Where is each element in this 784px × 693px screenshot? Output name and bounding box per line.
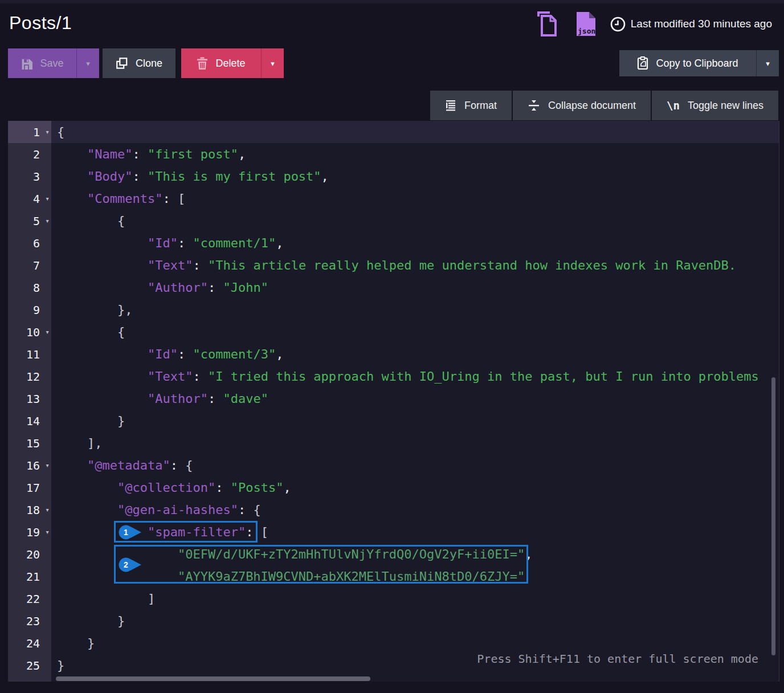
annotation-marker-1: 1 <box>119 525 142 540</box>
code-line-content[interactable]: "Id": "comment/1", <box>51 232 779 254</box>
line-number-4[interactable]: 4▾ <box>8 187 51 210</box>
vertical-scrollbar[interactable] <box>771 377 775 655</box>
copy-to-clipboard-button[interactable]: Copy to Clipboard <box>619 50 756 76</box>
fold-toggle-icon[interactable]: ▾ <box>45 327 50 336</box>
line-number-24[interactable]: 24 <box>8 632 51 654</box>
line-number-10[interactable]: 10▾ <box>8 321 51 343</box>
window-top-strip <box>0 0 784 3</box>
line-number-15[interactable]: 15 <box>8 432 51 454</box>
code-line-content[interactable]: "Author": "John" <box>51 276 779 299</box>
code-line-content[interactable]: } <box>51 632 779 654</box>
fold-toggle-icon[interactable]: ▾ <box>45 216 50 225</box>
delete-button[interactable]: Delete <box>181 48 261 78</box>
line-number-22[interactable]: 22 <box>8 588 51 610</box>
save-button[interactable]: Save <box>8 48 76 78</box>
code-line-5[interactable]: 5▾ { <box>8 210 779 232</box>
format-icon <box>445 99 456 112</box>
line-number-21[interactable]: 21 <box>8 565 51 588</box>
code-line-12[interactable]: 12 "Text": "I tried this approach with I… <box>8 365 779 388</box>
line-number-6[interactable]: 6 <box>8 232 51 254</box>
code-line-content[interactable]: ] <box>51 588 779 610</box>
code-line-content[interactable]: "Author": "dave" <box>51 388 779 410</box>
line-number-25[interactable]: 25 <box>8 654 51 676</box>
code-line-24[interactable]: 24 } <box>8 632 779 654</box>
code-line-7[interactable]: 7 "Text": "This article really helped me… <box>8 254 779 276</box>
code-line-9[interactable]: 9 }, <box>8 299 779 321</box>
line-number-7[interactable]: 7 <box>8 254 51 276</box>
line-number-20[interactable]: 20 <box>8 543 51 565</box>
line-number-11[interactable]: 11 <box>8 343 51 365</box>
copy-options-dropdown[interactable]: ▾ <box>756 50 779 76</box>
code-line-content[interactable]: { <box>51 321 779 343</box>
code-line-content[interactable]: { <box>51 121 779 143</box>
line-number-8[interactable]: 8 <box>8 276 51 299</box>
line-number-3[interactable]: 3 <box>8 165 51 187</box>
copy-document-id-icon[interactable] <box>535 11 559 37</box>
code-line-10[interactable]: 10▾ { <box>8 321 779 343</box>
fold-toggle-icon[interactable]: ▾ <box>45 127 50 136</box>
json-file-icon[interactable]: json <box>575 11 597 37</box>
code-line-content[interactable]: "Id": "comment/3", <box>51 343 779 365</box>
code-line-content[interactable]: "@collection": "Posts", <box>51 476 779 499</box>
code-line-18[interactable]: 18▾ "@gen-ai-hashes": { <box>8 499 779 521</box>
code-line-15[interactable]: 15 ], <box>8 432 779 454</box>
clock-icon <box>610 17 626 32</box>
line-number-14[interactable]: 14 <box>8 410 51 432</box>
code-line-3[interactable]: 3 "Body": "This is my first post", <box>8 165 779 187</box>
line-number-13[interactable]: 13 <box>8 388 51 410</box>
code-line-2[interactable]: 2 "Name": "first post", <box>8 143 779 165</box>
code-line-content[interactable]: "Text": "This article really helped me u… <box>51 254 779 276</box>
fold-toggle-icon[interactable]: ▾ <box>45 505 50 513</box>
code-line-11[interactable]: 11 "Id": "comment/3", <box>8 343 779 365</box>
code-line-16[interactable]: 16▾ "@metadata": { <box>8 454 779 476</box>
line-number-1[interactable]: 1▾ <box>8 121 51 143</box>
code-line-17[interactable]: 17 "@collection": "Posts", <box>8 476 779 499</box>
delete-options-dropdown[interactable]: ▾ <box>261 48 284 78</box>
line-number-9[interactable]: 9 <box>8 299 51 321</box>
fold-toggle-icon[interactable]: ▾ <box>45 527 50 536</box>
code-line-content[interactable]: "Body": "This is my first post", <box>51 165 779 187</box>
svg-text:1: 1 <box>124 528 128 537</box>
code-line-6[interactable]: 6 "Id": "comment/1", <box>8 232 779 254</box>
toggle-new-lines-button[interactable]: \n Toggle new lines <box>652 91 778 120</box>
chevron-down-icon: ▾ <box>766 60 770 67</box>
code-line-8[interactable]: 8 "Author": "John" <box>8 276 779 299</box>
code-line-22[interactable]: 22 ] <box>8 588 779 610</box>
line-number-16[interactable]: 16▾ <box>8 454 51 476</box>
line-number-23[interactable]: 23 <box>8 610 51 632</box>
line-number-5[interactable]: 5▾ <box>8 210 51 232</box>
code-line-content[interactable]: ], <box>51 432 779 454</box>
code-line-content[interactable]: "Text": "I tried this approach with IO_U… <box>51 365 779 388</box>
code-line-content[interactable]: "@metadata": { <box>51 454 779 476</box>
format-button[interactable]: Format <box>430 91 512 120</box>
line-number-19[interactable]: 19▾ <box>8 521 51 543</box>
action-buttons-row: Save ▾ Clone <box>8 48 779 78</box>
document-editor[interactable]: 1▾{2 "Name": "first post",3 "Body": "Thi… <box>8 121 779 682</box>
code-line-content[interactable]: "@gen-ai-hashes": { <box>51 499 779 521</box>
clone-icon <box>116 57 128 70</box>
code-line-14[interactable]: 14 } <box>8 410 779 432</box>
clone-button[interactable]: Clone <box>103 48 175 78</box>
line-number-12[interactable]: 12 <box>8 365 51 388</box>
code-line-23[interactable]: 23 } <box>8 610 779 632</box>
code-line-content[interactable]: "Comments": [ <box>51 187 779 210</box>
clipboard-icon <box>637 56 648 70</box>
code-line-content[interactable]: { <box>51 210 779 232</box>
code-line-4[interactable]: 4▾ "Comments": [ <box>8 187 779 210</box>
save-options-dropdown[interactable]: ▾ <box>76 48 99 78</box>
code-line-13[interactable]: 13 "Author": "dave" <box>8 388 779 410</box>
delete-button-group: Delete ▾ <box>181 48 284 78</box>
code-line-content[interactable]: "Name": "first post", <box>51 143 779 165</box>
code-line-content[interactable]: } <box>51 610 779 632</box>
line-number-2[interactable]: 2 <box>8 143 51 165</box>
code-line-1[interactable]: 1▾{ <box>8 121 779 143</box>
fold-toggle-icon[interactable]: ▾ <box>45 460 50 469</box>
fold-toggle-icon[interactable]: ▾ <box>45 194 50 202</box>
horizontal-scrollbar[interactable] <box>56 676 370 681</box>
line-number-18[interactable]: 18▾ <box>8 499 51 521</box>
code-line-content[interactable]: } <box>51 410 779 432</box>
header-right: json Last modified 30 minutes ago <box>535 10 772 38</box>
code-line-content[interactable]: }, <box>51 299 779 321</box>
collapse-document-button[interactable]: Collapse document <box>513 91 651 120</box>
line-number-17[interactable]: 17 <box>8 476 51 499</box>
